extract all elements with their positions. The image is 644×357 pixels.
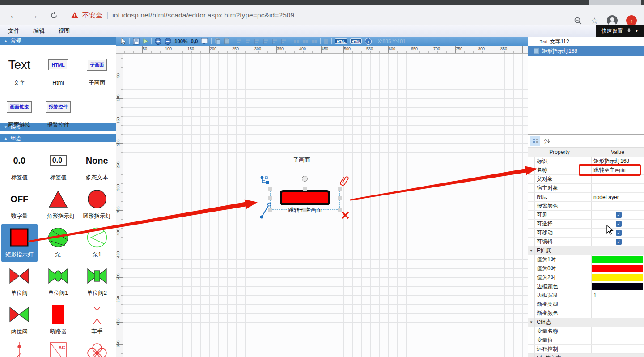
bookmark-star-icon[interactable]: ☆ (591, 16, 598, 26)
property-row-16[interactable]: 渐变类型 (528, 300, 644, 309)
palette-item-sample-button[interactable]: HTMLHtml (39, 49, 78, 91)
property-row-18[interactable]: ▼C组态 (528, 318, 644, 327)
browser-update-icon[interactable]: ↑ (626, 15, 637, 26)
zoom-out-icon[interactable] (165, 38, 171, 45)
property-value[interactable] (592, 202, 644, 210)
save-icon[interactable] (133, 38, 140, 45)
palette-item-inverter[interactable]: ACDC逆变器 (39, 339, 78, 357)
chevron-down-icon[interactable]: ▼ (635, 29, 639, 33)
property-row-13[interactable]: 值为2时 (528, 273, 644, 282)
property-value[interactable] (592, 282, 644, 291)
property-row-5[interactable]: 报警颜色 (528, 202, 644, 211)
property-row-10[interactable]: ▼E扩展 (528, 246, 644, 255)
zoom-lens-icon[interactable] (574, 17, 582, 25)
html-badge-icon[interactable]: HTML (350, 38, 362, 44)
property-value[interactable]: ✓ (592, 211, 644, 219)
palette-item-sample-bold[interactable]: 0.0标签值 (0, 147, 39, 185)
property-row-8[interactable]: 可移动✓ (528, 229, 644, 238)
property-row-6[interactable]: 可见✓ (528, 211, 644, 220)
property-row-12[interactable]: 值为0时 (528, 264, 644, 273)
align-bottom-icon[interactable] (281, 38, 287, 44)
palette-item-sample-button[interactable]: 报警控件报警控件 (39, 91, 78, 133)
property-row-22[interactable]: ▼L标签文本 (528, 354, 644, 357)
property-value[interactable] (592, 309, 644, 318)
checkbox-checked-icon[interactable]: ✓ (616, 221, 622, 227)
property-row-7[interactable]: 可选择✓ (528, 220, 644, 229)
palette-section-header-config[interactable]: ▲组态 (0, 134, 116, 142)
property-row-20[interactable]: 变量值 (528, 336, 644, 345)
back-icon[interactable]: ← (9, 11, 18, 20)
palette-item-sample-button[interactable]: 子画面子画面 (77, 49, 116, 91)
resize-handle[interactable] (338, 196, 342, 200)
property-row-2[interactable]: 父对象 (528, 175, 644, 184)
palette-item-valve-green-rect[interactable]: 单位阀2 (77, 262, 116, 301)
copy-icon[interactable] (215, 38, 220, 44)
palette-item-valve-red[interactable]: 单位阀 (0, 262, 39, 301)
property-value[interactable] (592, 336, 644, 344)
property-value[interactable] (592, 255, 644, 264)
refresh-icon[interactable] (50, 12, 58, 19)
property-row-9[interactable]: 可编辑✓ (528, 238, 644, 246)
property-value[interactable]: nodeLayer (592, 193, 644, 201)
resize-handle[interactable] (268, 196, 272, 200)
property-value[interactable] (592, 273, 644, 282)
property-row-11[interactable]: 值为1时 (528, 255, 644, 264)
palette-item-pump-outline[interactable]: 泵1 (77, 224, 116, 262)
quick-settings-button[interactable]: 快速设置 ▼ (596, 25, 644, 37)
delete-x-icon[interactable] (341, 211, 350, 220)
palette-item-sample-bold[interactable]: None多态文本 (77, 147, 116, 185)
url-text[interactable]: iot.idosp.net/html/scada/editor.aspx.htm… (112, 11, 294, 19)
menu-item-0[interactable]: 文件 (8, 27, 20, 35)
same-height-icon[interactable] (302, 38, 308, 44)
sort-alphabetical-button[interactable]: AZ (542, 136, 552, 146)
property-row-3[interactable]: 宿主对象 (528, 184, 644, 193)
palette-item-sample-bold[interactable]: OFF数字量 (0, 185, 39, 224)
align-right-icon[interactable] (254, 38, 260, 44)
property-value[interactable] (592, 264, 644, 273)
design-canvas[interactable]: 子画面 跳转至主画面 (123, 54, 528, 357)
property-row-19[interactable]: 变量名称 (528, 327, 644, 336)
h-distribute-icon[interactable] (311, 38, 317, 44)
rotation-handle[interactable] (302, 176, 308, 182)
resize-handle[interactable] (338, 187, 342, 191)
forward-icon[interactable]: → (30, 11, 38, 20)
preview-icon[interactable] (201, 38, 208, 44)
resize-handle[interactable] (268, 187, 272, 191)
checkbox-checked-icon[interactable]: ✓ (616, 230, 622, 236)
palette-item-breaker[interactable]: 断路器 (39, 301, 78, 339)
palette-section-header-general[interactable]: ▲常规 (0, 37, 116, 45)
categorize-button[interactable] (530, 136, 540, 146)
line-tool-icon[interactable] (258, 202, 272, 221)
palette-item-valve-two-color[interactable]: 两位阀 (0, 301, 39, 339)
palette-item-knife-switch[interactable]: 刀闸 (0, 339, 39, 357)
palette-item-sample-large[interactable]: Text文字 (0, 49, 39, 91)
palette-item-triangle-indicator[interactable]: 三角形指示灯 (39, 185, 78, 224)
menu-item-2[interactable]: 视图 (58, 27, 70, 35)
security-warning-label[interactable]: 不安全 (82, 11, 102, 20)
align-top-icon[interactable] (263, 38, 269, 44)
property-value[interactable] (592, 175, 644, 183)
property-value[interactable]: ✓ (592, 229, 644, 237)
property-value[interactable] (592, 184, 644, 192)
palette-item-hand-lever[interactable]: 车手 (77, 301, 116, 339)
collapse-arrow-icon[interactable]: ▼ (530, 249, 533, 253)
property-row-4[interactable]: 图层nodeLayer (528, 193, 644, 202)
tree-item-1[interactable]: 矩形指示灯168 (528, 46, 644, 56)
collapse-arrow-icon[interactable]: ▼ (530, 320, 533, 324)
html-badge-icon[interactable]: HTML (335, 38, 347, 44)
security-warning-icon[interactable] (71, 12, 78, 18)
align-center-icon[interactable] (245, 38, 251, 44)
menu-item-1[interactable]: 编辑 (33, 27, 45, 35)
align-left-icon[interactable] (236, 38, 242, 44)
connect-node-icon[interactable] (260, 175, 271, 186)
property-row-15[interactable]: 边框宽度1 (528, 291, 644, 300)
property-value[interactable] (592, 345, 644, 353)
profile-icon[interactable] (607, 15, 618, 26)
property-row-17[interactable]: 渐变颜色 (528, 309, 644, 318)
palette-item-pt[interactable]: PT (77, 339, 116, 357)
palette-item-pump[interactable]: 泵 (39, 224, 78, 262)
checkbox-checked-icon[interactable]: ✓ (616, 212, 622, 218)
property-value[interactable]: ✓ (592, 220, 644, 228)
property-row-14[interactable]: 边框颜色 (528, 282, 644, 291)
subscreen-text-element[interactable]: 子画面 (293, 156, 310, 164)
